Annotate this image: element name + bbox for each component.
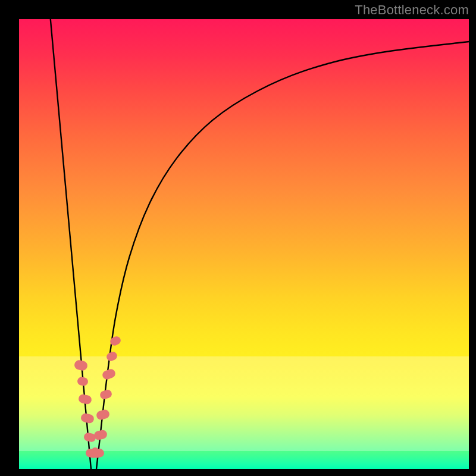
- chart-frame: TheBottleneck.com: [0, 0, 476, 476]
- watermark-text: TheBottleneck.com: [355, 2, 469, 18]
- plot-area: [19, 19, 469, 469]
- right-curve: [96, 40, 469, 469]
